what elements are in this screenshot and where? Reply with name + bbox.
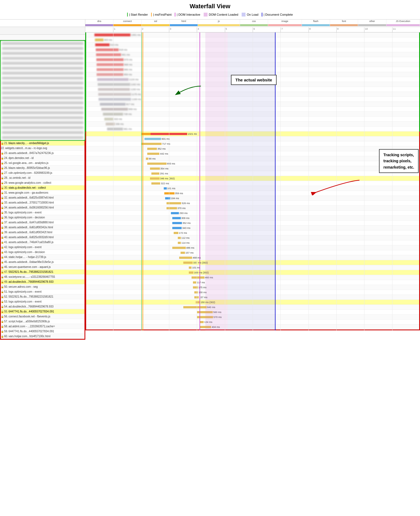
- page-container: Waterfall View | Start Render | msFirstP…: [0, 0, 420, 342]
- timeline-row-58: 570 ms: [86, 315, 419, 320]
- blurred-timeline-row-7: 968 ms: [86, 62, 419, 67]
- dur-label-57: 560 ms: [213, 311, 222, 314]
- row-num-60: 60.: [4, 335, 8, 338]
- page-title: Waterfall View: [0, 3, 420, 10]
- legend-msfirstpaint-label: | msFirstPaint: [153, 13, 171, 16]
- rt-label-font: font: [342, 20, 346, 23]
- url-text-49: ad.doubleclick...7668944029678.933: [9, 280, 53, 283]
- grid-tick-3: 3: [169, 28, 171, 33]
- timeline-row-49: 169 ms (302): [86, 270, 419, 275]
- dur-label-49: 169 ms (302): [194, 271, 209, 274]
- dur-label-24: 352 ms: [157, 147, 166, 150]
- url-row-36: 🔒36. logx.optimizely.com - decision: [1, 215, 84, 220]
- url-text-45: assets.adobedt...0ddae98e318e5e.js: [9, 260, 54, 264]
- url-row-55: 🔒55. 6447741.fls.do...4400557027834.091: [1, 309, 84, 314]
- blurred-timeline-row-1: 1301 ms: [86, 32, 419, 37]
- dur-label-46: 468 ms: [193, 256, 201, 259]
- url-text-38: assets.adobedt...6d61df00342e.html: [9, 226, 53, 229]
- main-bar-53: [194, 291, 198, 293]
- grid-tick-5: 5: [225, 28, 227, 33]
- blurred-url-row-18: [1, 125, 84, 130]
- rt-label-connect: connect: [123, 20, 132, 23]
- main-bar-49: [189, 271, 193, 274]
- timeline-row-30: 346 ms (302): [86, 176, 419, 181]
- dur-label-36: 370 ms: [178, 207, 186, 210]
- row-num-59: 59.: [4, 330, 8, 333]
- lock-icon-40: 🔒: [1, 236, 4, 239]
- timeline-row-60: 404 ms: [86, 325, 419, 330]
- timeline-row-33: 359 ms: [86, 191, 419, 196]
- row-num-38: 38.: [4, 226, 8, 229]
- row-num-46: 46.: [4, 265, 8, 268]
- main-bar-55: [196, 301, 200, 303]
- timeline-row-41: 172 ms: [86, 230, 419, 235]
- dur-label-43: 114 ms: [181, 241, 190, 244]
- url-text-25: ssl.google-ana...om - analytics.js: [9, 161, 48, 164]
- lock-icon-36: 🔒: [1, 216, 4, 219]
- blurred-url-row-8: [1, 76, 84, 81]
- blurred-url-row-3: [1, 51, 84, 56]
- rt-url-placeholder: [0, 20, 85, 27]
- lock-icon-48: 🔒: [1, 276, 4, 278]
- blurred-timeline-row-16: 958 ms: [86, 107, 419, 112]
- timeline-row-39: 352 ms: [86, 221, 419, 226]
- rt-cell-image: image: [268, 20, 302, 27]
- blurred-timeline-row-19: 336 ms: [86, 122, 419, 127]
- timeline-row-42: 112 ms: [86, 235, 419, 240]
- main-bar-60: [200, 326, 211, 328]
- rt-label-other: other: [369, 20, 375, 23]
- url-row-38: 🔒38. assets.adobedt...6d61df00342e.html: [1, 225, 84, 230]
- url-row-32: 🔒32. assets.adobedt...6d025c0087e8.html: [1, 195, 84, 200]
- dur-label-52: 175 ms: [198, 286, 207, 289]
- blurred-timeline-row-2: 303 ms: [86, 37, 419, 42]
- red-box-urls: 🔒21. blaze.ratecity... - embedWidget.js2…: [0, 141, 85, 340]
- lock-icon-58: 🔒: [1, 325, 4, 328]
- lock-icon-59: 🔒: [1, 330, 4, 333]
- timeline-row-23: 717 ms: [86, 141, 419, 146]
- blurred-url-row-9: [1, 81, 84, 86]
- main-bar-44: [172, 247, 186, 249]
- dur-label-37: 293 ms: [179, 212, 188, 215]
- blurred-url-row-7: [1, 71, 84, 76]
- resource-types-url-header: [0, 27, 85, 35]
- blurred-timeline-row-8: 966 ms: [86, 67, 419, 72]
- url-row-35: 🔒35. logx.optimizely.com - event: [1, 210, 84, 215]
- lock-icon-31: 🔒: [1, 191, 4, 194]
- url-text-24: dpm.demdex.net - id: [9, 157, 34, 160]
- url-text-29: www.google-analytics.com - collect: [9, 181, 51, 184]
- row-num-21: 21.: [4, 142, 8, 145]
- url-row-28: 🔒28. .sc.omtrdc.net - id: [1, 175, 84, 180]
- annotation-actual-box: The actual website: [231, 75, 276, 85]
- grid-tick-1: 1: [113, 28, 115, 33]
- url-text-36: logx.optimizely.com - decision: [9, 216, 45, 219]
- rt-cell-html: html: [170, 20, 198, 27]
- url-row-43: 🔒43. logx.optimizely.com - decision: [1, 250, 84, 255]
- dur-label-45: 157 ms: [186, 251, 194, 254]
- main-bar-42: [178, 237, 181, 239]
- row-num-45: 45.: [4, 260, 8, 264]
- lock-icon-39: 🔒: [1, 231, 4, 234]
- timeline-row-36: 370 ms: [86, 206, 419, 211]
- rt-strip-image: [268, 24, 302, 26]
- rt-label-dns: dns: [97, 20, 101, 23]
- row-num-49: 49.: [4, 280, 8, 283]
- lock-icon-32: 🔒: [1, 196, 4, 199]
- lock-icon-26: 🔒: [1, 167, 4, 169]
- url-row-27: 🔒27. cdn.optimizely.com - 8269983199.js: [1, 171, 84, 175]
- url-text-30: stats.g.doubleclick.net - collect: [9, 186, 46, 189]
- timeline-row-48: 101 ms: [86, 265, 419, 270]
- rt-cell-connect: connect: [113, 20, 141, 27]
- row-num-40: 40.: [4, 236, 8, 239]
- legend-dom-interactive-label: | DOM Interactive: [177, 13, 200, 16]
- blurred-timeline-row-6: 979 ms: [86, 57, 419, 62]
- main-bar-43: [178, 242, 181, 244]
- url-row-31: 🔒31. www.google.com - ga-audiences: [1, 190, 84, 195]
- row-num-25: 25.: [4, 161, 8, 164]
- url-text-35: logx.optimizely.com - event: [9, 211, 42, 214]
- dur-label-21: 1321 ms: [188, 133, 197, 135]
- url-row-56: 🔒56. connect.facebook.net - fbevents.js: [1, 314, 84, 319]
- row-num-57: 57.: [4, 320, 8, 323]
- main-bar-47: [183, 262, 193, 264]
- grid-tick-7: 7: [280, 28, 283, 33]
- url-text-23: assets.adobedt...8457a7b2476236.js: [9, 152, 54, 155]
